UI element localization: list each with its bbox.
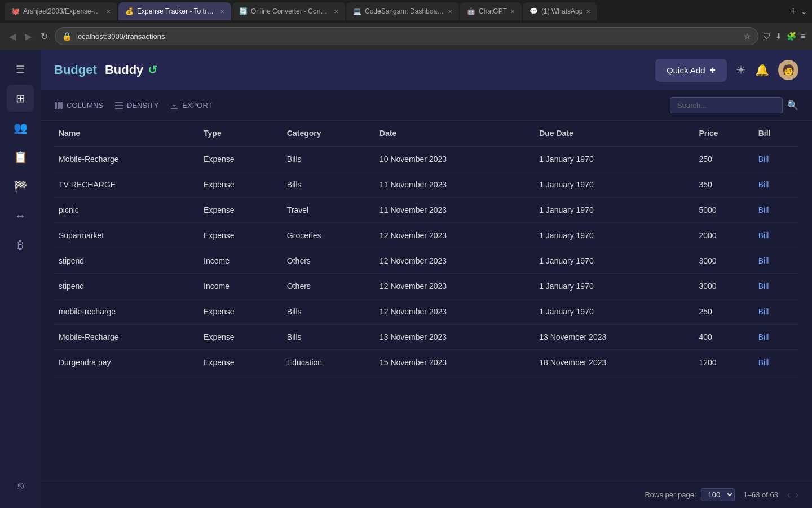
address-bar[interactable]: 🔒 localhost:3000/transactions ☆ [55, 27, 758, 45]
cell-category: Travel [283, 198, 375, 223]
search-input[interactable] [670, 97, 783, 113]
forward-button[interactable]: ▶ [23, 29, 34, 44]
sidebar-item-transfers[interactable]: ↔ [7, 202, 34, 229]
theme-toggle-button[interactable]: ☀ [736, 63, 746, 77]
download-icon[interactable]: ⬇ [775, 32, 782, 41]
cell-bill[interactable]: Bill [754, 198, 798, 223]
col-header-bill: Bill [754, 121, 798, 146]
rows-per-page-select[interactable]: 100 10 25 50 [701, 488, 735, 501]
cell-due_date: 1 January 1970 [535, 299, 694, 325]
logo-budget-text: Budget [54, 63, 97, 77]
sidebar-item-dashboard[interactable]: ⊞ [7, 85, 34, 112]
cell-category: Bills [283, 325, 375, 350]
cell-bill[interactable]: Bill [754, 172, 798, 198]
extensions-icon[interactable]: 🧩 [787, 32, 796, 41]
table-row: stipendIncomeOthers12 November 20231 Jan… [54, 274, 798, 299]
prev-page-button[interactable]: ‹ [787, 489, 791, 501]
cell-date: 11 November 2023 [375, 198, 535, 223]
cell-type: Expense [199, 172, 283, 198]
cell-category: Bills [283, 299, 375, 325]
col-header-date: Date [375, 121, 535, 146]
browser-tab-tab2[interactable]: 💰Expense Tracker - To track yo...✕ [118, 2, 231, 20]
svg-rect-3 [115, 102, 123, 103]
next-page-button[interactable]: › [795, 489, 798, 501]
cell-date: 11 November 2023 [375, 172, 535, 198]
table-row: Durgendra payExpenseEducation15 November… [54, 350, 798, 375]
sidebar-item-crypto[interactable]: ₿ [7, 231, 34, 259]
browser-tab-tab4[interactable]: 💻CodeSangam: Dashboard | De...✕ [346, 2, 459, 20]
shield-icon[interactable]: 🛡 [763, 32, 771, 41]
cell-bill[interactable]: Bill [754, 274, 798, 299]
sidebar-item-transactions[interactable]: 📋 [7, 143, 34, 170]
browser-tab-tab3[interactable]: 🔄Online Converter - Convert Im...✕ [232, 2, 345, 20]
cell-bill[interactable]: Bill [754, 299, 798, 325]
reload-button[interactable]: ↻ [38, 29, 50, 44]
svg-rect-1 [58, 102, 60, 109]
logout-button[interactable]: ⎋ [7, 472, 34, 499]
rows-per-page-label: Rows per page: [645, 491, 696, 499]
quick-add-plus-icon: + [709, 64, 716, 76]
cell-type: Income [199, 248, 283, 274]
cell-name: picnic [54, 198, 199, 223]
browser-tab-tab1[interactable]: 🐙Arshjeet2003/Expense-Tracke...✕ [5, 2, 117, 20]
tab-label: Online Converter - Convert Im... [251, 7, 330, 15]
tab-label: CodeSangam: Dashboard | De... [365, 7, 444, 15]
tab-close-icon[interactable]: ✕ [586, 8, 590, 15]
tab-close-icon[interactable]: ✕ [334, 8, 338, 15]
col-header-price: Price [694, 121, 753, 146]
svg-rect-5 [115, 108, 123, 109]
browser-tab-tab6[interactable]: 💬(1) WhatsApp✕ [523, 2, 597, 20]
back-button[interactable]: ◀ [7, 29, 18, 44]
browser-tab-tab5[interactable]: 🤖ChatGPT✕ [460, 2, 522, 20]
cell-bill[interactable]: Bill [754, 325, 798, 350]
cell-type: Expense [199, 299, 283, 325]
sidebar-item-reports[interactable]: 🏁 [7, 173, 34, 200]
logo: Budget Buddy ↺ [54, 63, 157, 77]
tab-overflow-button[interactable]: ⌄ [801, 7, 807, 16]
pagination-controls: ‹ › [787, 489, 798, 501]
cell-price: 250 [694, 299, 753, 325]
sidebar-menu-button[interactable]: ☰ [11, 59, 29, 80]
cell-date: 12 November 2023 [375, 299, 535, 325]
cell-name: Durgendra pay [54, 350, 199, 375]
columns-button[interactable]: COLUMNS [54, 99, 103, 112]
cell-bill[interactable]: Bill [754, 248, 798, 274]
cell-date: 12 November 2023 [375, 223, 535, 248]
table-row: Mobile-RechargeExpenseBills13 November 2… [54, 325, 798, 350]
menu-icon[interactable]: ≡ [801, 32, 805, 41]
cell-price: 3000 [694, 248, 753, 274]
cell-price: 5000 [694, 198, 753, 223]
tab-close-icon[interactable]: ✕ [106, 8, 111, 15]
sidebar-item-users[interactable]: 👥 [7, 114, 34, 141]
cell-due_date: 18 November 2023 [535, 350, 694, 375]
cell-bill[interactable]: Bill [754, 350, 798, 375]
tab-label: ChatGPT [479, 7, 507, 15]
avatar[interactable]: 🧑 [778, 60, 798, 80]
tab-favicon: 💰 [125, 7, 134, 15]
tab-close-icon[interactable]: ✕ [220, 8, 224, 15]
transactions-table: NameTypeCategoryDateDue DatePriceBill Mo… [54, 121, 798, 375]
cell-bill[interactable]: Bill [754, 146, 798, 172]
export-button[interactable]: EXPORT [170, 99, 212, 112]
col-header-due_date: Due Date [535, 121, 694, 146]
quick-add-button[interactable]: Quick Add + [655, 59, 727, 82]
browser-chrome: 🐙Arshjeet2003/Expense-Tracke...✕💰Expense… [0, 0, 812, 50]
notification-bell-button[interactable]: 🔔 [755, 63, 769, 77]
rows-per-page-container: Rows per page: 100 10 25 50 [645, 488, 734, 501]
tab-favicon: 🐙 [11, 7, 20, 15]
cell-price: 250 [694, 146, 753, 172]
search-button[interactable]: 🔍 [787, 100, 798, 111]
tab-favicon: 🤖 [467, 7, 475, 15]
new-tab-button[interactable]: + [787, 6, 800, 17]
tab-close-icon[interactable]: ✕ [448, 8, 452, 15]
cell-bill[interactable]: Bill [754, 223, 798, 248]
cell-type: Expense [199, 350, 283, 375]
cell-category: Others [283, 274, 375, 299]
density-button[interactable]: DENSITY [114, 99, 158, 112]
cell-name: mobile-recharge [54, 299, 199, 325]
header-actions: Quick Add + ☀ 🔔 🧑 [655, 59, 798, 82]
table-row: TV-RECHARGEExpenseBills11 November 20231… [54, 172, 798, 198]
tab-close-icon[interactable]: ✕ [510, 8, 515, 15]
tab-favicon: 💬 [529, 7, 538, 15]
nav-actions: 🛡 ⬇ 🧩 ≡ [763, 32, 805, 41]
